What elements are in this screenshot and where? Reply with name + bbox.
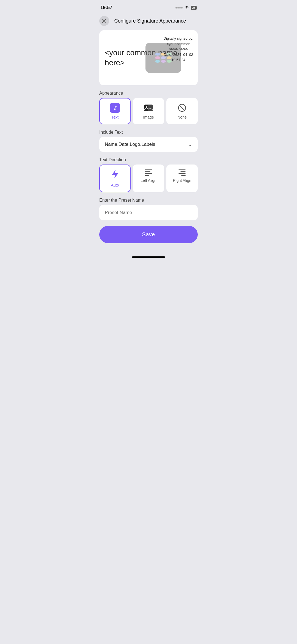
appearance-none-label: None bbox=[177, 115, 186, 119]
align-line bbox=[145, 173, 152, 174]
svg-line-5 bbox=[179, 105, 185, 111]
include-text-label: Include Text bbox=[99, 130, 198, 135]
right-align-icon bbox=[178, 169, 186, 176]
align-line bbox=[145, 169, 152, 170]
save-section: Save bbox=[99, 226, 198, 254]
include-text-dropdown[interactable]: Name,Date,Logo,Labels ⌄ bbox=[99, 137, 198, 152]
text-direction-section: Text Direction Auto Left Al bbox=[99, 157, 198, 192]
text-direction-left-label: Left Align bbox=[141, 178, 156, 183]
wifi-icon bbox=[184, 6, 189, 10]
text-direction-right-label: Right Align bbox=[173, 178, 191, 183]
preset-name-section: Enter the Preset Name bbox=[99, 198, 198, 220]
battery-icon: 23 bbox=[191, 6, 197, 10]
appearance-text-button[interactable]: T Text bbox=[99, 98, 131, 124]
main-content: <your common name here> bbox=[95, 30, 202, 254]
align-line bbox=[178, 173, 186, 174]
align-line bbox=[181, 175, 186, 176]
home-indicator bbox=[95, 254, 202, 261]
include-text-section: Include Text Name,Date,Logo,Labels ⌄ bbox=[99, 130, 198, 152]
appearance-section: Appearance T Text Image bbox=[99, 91, 198, 124]
home-bar bbox=[132, 256, 165, 258]
text-direction-label: Text Direction bbox=[99, 157, 198, 162]
appearance-image-button[interactable]: Image bbox=[133, 98, 164, 124]
wave-dot bbox=[155, 56, 160, 59]
appearance-options: T Text Image bbox=[99, 98, 198, 124]
signal-dots bbox=[175, 7, 183, 9]
signal-dot-1 bbox=[175, 7, 177, 9]
nav-bar: Configure Signature Appearance bbox=[95, 14, 202, 30]
appearance-image-label: Image bbox=[143, 115, 154, 119]
align-line bbox=[180, 171, 186, 172]
save-button[interactable]: Save bbox=[99, 226, 198, 243]
align-line bbox=[178, 169, 186, 170]
lightning-icon bbox=[111, 169, 119, 181]
signal-dot-4 bbox=[181, 7, 183, 9]
text-direction-auto-button[interactable]: Auto bbox=[99, 165, 131, 192]
signature-preview-card: <your common name here> bbox=[99, 30, 198, 85]
appearance-label: Appearance bbox=[99, 91, 198, 96]
signal-dot-2 bbox=[177, 7, 179, 9]
close-button[interactable] bbox=[99, 16, 109, 26]
left-align-icon bbox=[145, 169, 152, 176]
include-text-value: Name,Date,Logo,Labels bbox=[105, 142, 155, 147]
signal-dot-3 bbox=[179, 7, 181, 9]
status-bar: 19:57 23 bbox=[95, 0, 202, 14]
align-line bbox=[145, 171, 150, 172]
wave-dot bbox=[155, 53, 160, 56]
sig-detail-line4: Date: 2024–04–02 bbox=[164, 52, 193, 57]
text-direction-right-button[interactable]: Right Align bbox=[166, 165, 198, 192]
image-icon bbox=[144, 103, 153, 113]
text-direction-left-button[interactable]: Left Align bbox=[133, 165, 164, 192]
text-direction-auto-label: Auto bbox=[111, 183, 119, 187]
sig-detail-line1: Digitally signed by: bbox=[164, 36, 193, 41]
wave-dot bbox=[155, 60, 160, 63]
align-line bbox=[145, 175, 149, 176]
appearance-text-label: Text bbox=[111, 115, 119, 119]
text-direction-options: Auto Left Align bbox=[99, 165, 198, 192]
status-icons: 23 bbox=[175, 6, 197, 10]
sig-detail-line2: <your common bbox=[164, 41, 193, 47]
sig-detail-line3: name here> bbox=[164, 46, 193, 52]
signature-details: Digitally signed by: <your common name h… bbox=[164, 36, 193, 63]
chevron-down-icon: ⌄ bbox=[188, 141, 192, 147]
preset-name-label: Enter the Preset Name bbox=[99, 198, 198, 203]
page-title: Configure Signature Appearance bbox=[112, 18, 188, 24]
sig-detail-line5: 19:57:24 bbox=[164, 57, 193, 63]
status-time: 19:57 bbox=[100, 5, 112, 10]
text-icon: T bbox=[110, 103, 120, 113]
preset-name-input[interactable] bbox=[99, 205, 198, 220]
appearance-none-button[interactable]: None bbox=[166, 98, 198, 124]
none-icon bbox=[177, 103, 187, 113]
